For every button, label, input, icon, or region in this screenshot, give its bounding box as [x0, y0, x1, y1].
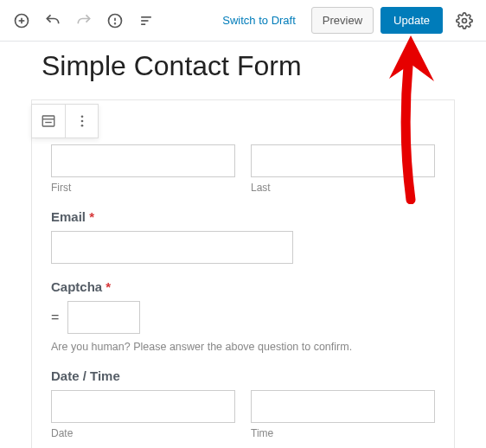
first-name-sublabel: First	[51, 182, 235, 194]
topbar-right: Switch to Draft Preview Update	[214, 6, 479, 35]
svg-point-13	[80, 115, 83, 118]
svg-point-14	[80, 120, 83, 123]
form-preview-block: Name * First Last Email * Captcha * =	[31, 99, 455, 448]
content-structure-button[interactable]	[100, 6, 130, 35]
last-name-sublabel: Last	[251, 182, 435, 194]
email-label: Email *	[51, 209, 435, 224]
last-name-input[interactable]	[251, 144, 435, 177]
required-marker: *	[102, 279, 111, 294]
editor-area: Simple Contact Form Name * First Last	[0, 50, 486, 448]
more-options-icon[interactable]	[65, 105, 98, 138]
name-label: Name *	[51, 123, 435, 138]
svg-rect-10	[42, 116, 54, 126]
svg-point-15	[80, 125, 83, 127]
settings-button[interactable]	[450, 6, 479, 35]
block-navigation-button[interactable]	[131, 6, 161, 35]
add-block-button[interactable]	[7, 6, 36, 35]
date-sublabel: Date	[51, 427, 235, 439]
form-block-icon[interactable]	[32, 105, 65, 138]
time-sublabel: Time	[251, 427, 435, 439]
name-field-group: Name * First Last	[51, 123, 435, 194]
editor-topbar: Switch to Draft Preview Update	[0, 0, 486, 42]
first-name-input[interactable]	[51, 144, 235, 177]
captcha-label: Captcha *	[51, 279, 435, 294]
svg-point-5	[115, 22, 116, 23]
date-input[interactable]	[51, 390, 235, 423]
email-field-group: Email *	[51, 209, 435, 264]
required-marker: *	[86, 209, 94, 224]
redo-button[interactable]	[69, 6, 99, 35]
datetime-field-group: Date / Time Date Time	[51, 368, 435, 439]
captcha-equals: =	[51, 310, 59, 325]
email-input[interactable]	[51, 231, 293, 264]
datetime-label: Date / Time	[51, 368, 435, 383]
update-button[interactable]: Update	[380, 7, 443, 34]
svg-point-9	[463, 18, 467, 22]
time-input[interactable]	[251, 390, 435, 423]
page-title[interactable]: Simple Contact Form	[42, 50, 470, 82]
captcha-hint: Are you human? Please answer the above q…	[51, 341, 435, 353]
undo-button[interactable]	[38, 6, 67, 35]
switch-to-draft-button[interactable]: Switch to Draft	[214, 9, 304, 32]
preview-button[interactable]: Preview	[311, 7, 374, 34]
captcha-field-group: Captcha * = Are you human? Please answer…	[51, 279, 435, 353]
block-toolbar	[31, 104, 99, 138]
topbar-left	[7, 6, 161, 35]
captcha-input[interactable]	[67, 301, 140, 334]
